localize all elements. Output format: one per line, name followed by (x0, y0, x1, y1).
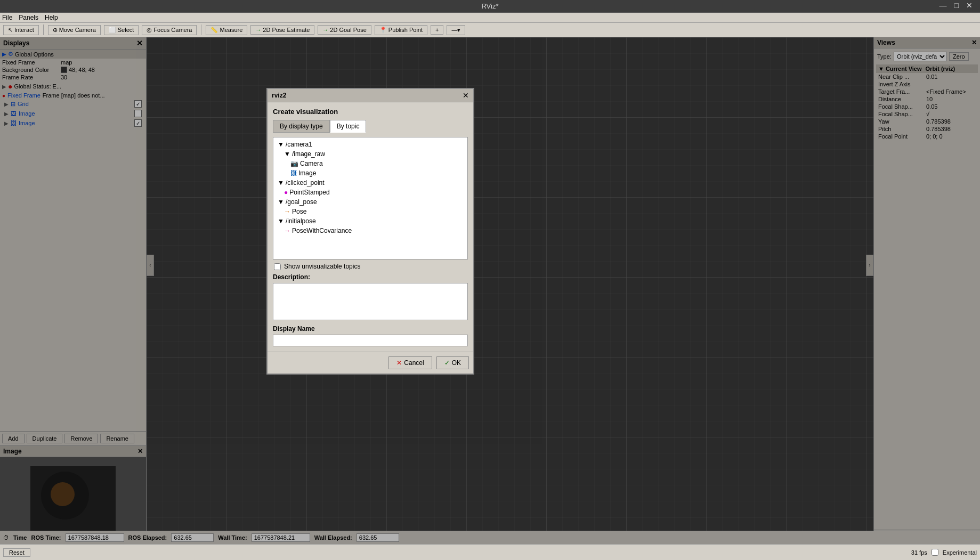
tab-by-topic[interactable]: By topic (330, 120, 367, 133)
goal-pose-icon: → (322, 27, 328, 33)
goal-pose-button[interactable]: → 2D Goal Pose (318, 25, 371, 35)
measure-button[interactable]: 📏 Measure (206, 25, 247, 35)
focus-camera-icon: ◎ (147, 27, 152, 34)
publish-point-button[interactable]: 📍 Publish Point (375, 25, 427, 35)
description-label: Description: (273, 273, 468, 281)
tree-pose-covariance[interactable]: → PoseWithCovariance (276, 226, 465, 236)
maximize-button[interactable]: □ (951, 1, 962, 10)
dialog-header: Create visualization (273, 108, 468, 116)
pose-icon: → (284, 208, 290, 215)
item-label: Image (298, 169, 316, 177)
display-name-label: Display Name (273, 325, 468, 332)
move-camera-icon: ⊕ (53, 27, 58, 34)
expand-icon: ▼ (278, 198, 284, 206)
ok-label: OK (452, 359, 461, 367)
tree-clicked-point[interactable]: ▼ /clicked_point (276, 178, 465, 188)
interact-button[interactable]: ↖ Interact (3, 25, 39, 35)
dialog-footer: ✕ Cancel ✓ OK (268, 352, 473, 374)
experimental-label: Experimental (943, 549, 977, 556)
item-label: Pose (292, 208, 306, 215)
fps-label: 31 fps (911, 549, 927, 556)
separator (43, 25, 44, 35)
item-label: Camera (300, 160, 323, 167)
menu-panels[interactable]: Panels (19, 14, 38, 21)
dialog-body: Create visualization By display type By … (268, 102, 473, 352)
tree-camera[interactable]: 📷 Camera (276, 159, 465, 168)
display-name-input[interactable] (273, 335, 468, 346)
description-textarea[interactable] (273, 283, 468, 320)
measure-icon: 📏 (210, 27, 218, 34)
image-icon: 🖼 (290, 169, 297, 177)
cancel-label: Cancel (404, 359, 424, 367)
cancel-icon: ✕ (396, 359, 402, 367)
topic-tree: ▼ /camera1 ▼ /image_raw 📷 Camera (273, 137, 468, 259)
interact-icon: ↖ (8, 27, 13, 34)
tree-image[interactable]: 🖼 Image (276, 168, 465, 178)
item-label: PointStamped (289, 189, 329, 196)
expand-icon: ▼ (278, 141, 284, 148)
focus-camera-button[interactable]: ◎ Focus Camera (142, 25, 197, 35)
camera-icon: 📷 (290, 160, 298, 167)
item-label: /clicked_point (286, 179, 325, 186)
modal-overlay: rviz2 ✕ Create visualization By display … (0, 37, 980, 544)
create-visualization-dialog: rviz2 ✕ Create visualization By display … (266, 88, 474, 375)
show-unvis-label: Show unvisualizable topics (284, 263, 360, 270)
item-label: /initialpose (286, 217, 316, 225)
item-label: /image_raw (292, 150, 325, 158)
expand-icon: ▼ (284, 150, 290, 158)
tree-image-raw[interactable]: ▼ /image_raw (276, 149, 465, 159)
pose-estimate-icon: → (255, 27, 261, 33)
item-label: PoseWithCovariance (292, 227, 352, 234)
ok-button[interactable]: ✓ OK (436, 356, 469, 369)
tool-settings-button[interactable]: —▾ (447, 25, 465, 35)
tab-by-display-type[interactable]: By display type (273, 120, 330, 133)
publish-point-icon: 📍 (379, 27, 387, 34)
expand-icon: ▼ (278, 179, 284, 186)
dialog-titlebar: rviz2 ✕ (268, 89, 473, 102)
reset-button[interactable]: Reset (3, 548, 30, 557)
window-title: RViz* (481, 2, 498, 10)
status-bar: Reset 31 fps Experimental (0, 544, 980, 560)
close-button[interactable]: ✕ (963, 1, 976, 10)
show-unvis-checkbox[interactable] (274, 263, 281, 270)
tree-camera1[interactable]: ▼ /camera1 (276, 140, 465, 149)
add-tool-button[interactable]: + (431, 25, 443, 35)
tree-pose[interactable]: → Pose (276, 207, 465, 216)
minimize-button[interactable]: — (936, 1, 950, 10)
menu-bar: File Panels Help (0, 13, 980, 23)
move-camera-button[interactable]: ⊕ Move Camera (48, 25, 101, 35)
show-unvisualizable-row: Show unvisualizable topics (273, 259, 468, 273)
pose2-icon: → (284, 227, 290, 234)
pose-estimate-button[interactable]: → 2D Pose Estimate (250, 25, 314, 35)
separator2 (201, 25, 201, 35)
dialog-title: rviz2 (272, 92, 286, 99)
menu-file[interactable]: File (2, 14, 12, 21)
point-icon: ● (284, 189, 288, 196)
select-button[interactable]: ⬜ Select (104, 25, 139, 35)
ok-icon: ✓ (444, 359, 450, 367)
tree-goal-pose[interactable]: ▼ /goal_pose (276, 197, 465, 207)
experimental-checkbox[interactable] (932, 549, 938, 556)
select-icon: ⬜ (109, 27, 116, 34)
cancel-button[interactable]: ✕ Cancel (388, 356, 432, 369)
expand-icon: ▼ (278, 217, 284, 225)
menu-help[interactable]: Help (45, 14, 58, 21)
tree-initialpose[interactable]: ▼ /initialpose (276, 216, 465, 226)
item-label: /goal_pose (286, 198, 317, 206)
item-label: /camera1 (286, 141, 312, 148)
dialog-tabs: By display type By topic (273, 120, 468, 133)
tree-point-stamped[interactable]: ● PointStamped (276, 188, 465, 197)
dialog-close-button[interactable]: ✕ (463, 91, 469, 100)
toolbar: ↖ Interact ⊕ Move Camera ⬜ Select ◎ Focu… (0, 23, 980, 37)
title-bar: RViz* — □ ✕ (0, 0, 980, 13)
